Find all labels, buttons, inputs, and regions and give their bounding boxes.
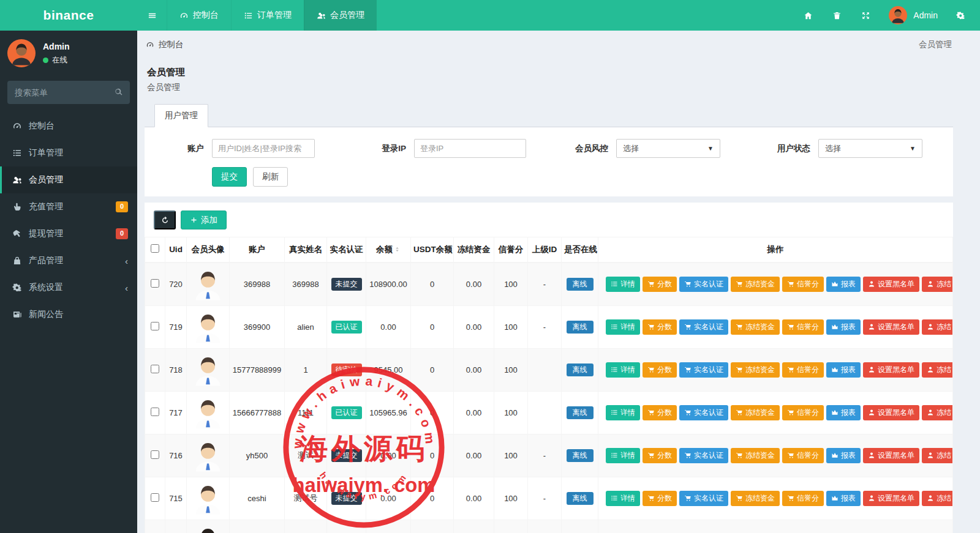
sidebar-item-withdraw[interactable]: 提现管理0 — [0, 220, 137, 247]
cart-icon — [736, 323, 743, 330]
action-score-button[interactable]: 分数 — [643, 362, 677, 378]
action-score-button[interactable]: 分数 — [643, 277, 677, 292]
action-detail-button[interactable]: 详情 — [606, 405, 640, 420]
action-blacklist-button[interactable]: 设置黑名单 — [863, 319, 919, 335]
expand-icon — [861, 11, 870, 20]
breadcrumb-dashboard[interactable]: 控制台 — [146, 39, 184, 50]
sidebar-item-members[interactable]: 会员管理 — [0, 166, 137, 193]
list-icon — [611, 366, 618, 373]
action-freeze-button[interactable]: 冻结 — [922, 405, 953, 420]
action-freeze-funds-button[interactable]: 冻结资金 — [731, 319, 780, 335]
member-avatar[interactable] — [189, 308, 227, 346]
row-checkbox[interactable] — [151, 493, 159, 502]
submit-button[interactable]: 提交 — [212, 167, 247, 187]
action-report-button[interactable]: 报表 — [826, 448, 861, 463]
action-detail-button[interactable]: 详情 — [606, 362, 640, 378]
action-detail-button[interactable]: 详情 — [606, 277, 640, 292]
col-balance[interactable]: 余额 — [366, 237, 411, 263]
action-detail-button[interactable]: 详情 — [606, 448, 640, 463]
action-freeze-button[interactable]: 冻结 — [922, 448, 953, 463]
row-checkbox[interactable] — [151, 322, 159, 330]
row-checkbox[interactable] — [151, 279, 159, 288]
action-credit-button[interactable]: 信誉分 — [782, 448, 824, 463]
chart-icon — [831, 280, 839, 288]
nav-item-dashboard[interactable]: 控制台 — [167, 0, 231, 31]
action-freeze-funds-button[interactable]: 冻结资金 — [731, 405, 780, 420]
action-blacklist-button[interactable]: 设置黑名单 — [863, 277, 919, 292]
member-avatar[interactable] — [189, 351, 227, 389]
fullscreen-button[interactable] — [853, 0, 879, 31]
action-report-button[interactable]: 报表 — [826, 405, 861, 420]
risk-select[interactable]: 选择▼ — [616, 139, 720, 158]
action-credit-button[interactable]: 信誉分 — [782, 277, 824, 292]
nav-item-orders[interactable]: 订单管理 — [231, 0, 304, 31]
sidebar-item-deposit[interactable]: 充值管理0 — [0, 193, 137, 220]
action-report-button[interactable]: 报表 — [826, 491, 861, 506]
member-avatar[interactable] — [189, 523, 227, 533]
dashboard-icon — [146, 40, 154, 49]
member-avatar[interactable] — [189, 394, 227, 431]
sidebar-item-news[interactable]: 新闻公告 — [0, 301, 137, 328]
usdt-balance-cell: 0 — [411, 348, 454, 391]
member-avatar[interactable] — [189, 266, 227, 303]
action-realname-button[interactable]: 实名认证 — [679, 491, 728, 506]
frozen-funds-cell: 0.00 — [454, 477, 494, 520]
select-all-checkbox[interactable] — [151, 244, 159, 253]
action-credit-button[interactable]: 信誉分 — [782, 319, 824, 335]
nav-item-members[interactable]: 会员管理 — [304, 0, 377, 31]
trash-button[interactable] — [824, 0, 850, 31]
tab-user-management[interactable]: 用户管理 — [154, 104, 208, 127]
account-search-input[interactable] — [212, 139, 315, 158]
action-blacklist-button[interactable]: 设置黑名单 — [863, 405, 919, 420]
action-freeze-button[interactable]: 冻结 — [922, 277, 953, 292]
row-checkbox[interactable] — [151, 365, 159, 373]
breadcrumb: 控制台 会员管理 — [145, 38, 953, 50]
action-realname-button[interactable]: 实名认证 — [679, 362, 728, 378]
action-blacklist-button[interactable]: 设置黑名单 — [863, 448, 919, 463]
action-detail-button[interactable]: 详情 — [606, 491, 640, 506]
refresh-button[interactable]: 刷新 — [253, 167, 288, 187]
member-avatar[interactable] — [189, 480, 227, 517]
action-credit-button[interactable]: 信誉分 — [782, 362, 824, 378]
row-checkbox[interactable] — [151, 450, 159, 459]
settings-button[interactable] — [948, 0, 974, 31]
action-realname-button[interactable]: 实名认证 — [679, 448, 728, 463]
user-menu[interactable]: Admin — [881, 6, 945, 24]
action-realname-button[interactable]: 实名认证 — [679, 405, 728, 420]
action-credit-button[interactable]: 信誉分 — [782, 491, 824, 506]
action-freeze-funds-button[interactable]: 冻结资金 — [731, 448, 780, 463]
row-checkbox[interactable] — [151, 408, 159, 416]
action-score-button[interactable]: 分数 — [643, 405, 677, 420]
home-button[interactable] — [795, 0, 821, 31]
action-detail-button[interactable]: 详情 — [606, 319, 640, 335]
action-freeze-button[interactable]: 冻结 — [922, 362, 953, 378]
action-report-button[interactable]: 报表 — [826, 362, 861, 378]
action-blacklist-button[interactable]: 设置黑名单 — [863, 362, 919, 378]
menu-search-input[interactable] — [7, 81, 130, 104]
add-member-button[interactable]: 添加 — [181, 211, 227, 229]
action-blacklist-button[interactable]: 设置黑名单 — [863, 491, 919, 506]
member-avatar[interactable] — [189, 437, 227, 474]
action-score-button[interactable]: 分数 — [643, 491, 677, 506]
action-report-button[interactable]: 报表 — [826, 277, 861, 292]
action-freeze-button[interactable]: 冻结 — [922, 491, 953, 506]
table-refresh-button[interactable] — [154, 211, 176, 229]
action-report-button[interactable]: 报表 — [826, 319, 861, 335]
sidebar-item-orders[interactable]: 订单管理 — [0, 140, 137, 166]
action-realname-button[interactable]: 实名认证 — [679, 319, 728, 335]
action-score-button[interactable]: 分数 — [643, 319, 677, 335]
action-credit-button[interactable]: 信誉分 — [782, 405, 824, 420]
brand-logo[interactable]: binance — [0, 0, 137, 31]
action-realname-button[interactable]: 实名认证 — [679, 277, 728, 292]
user-status-select[interactable]: 选择▼ — [818, 139, 922, 158]
action-freeze-funds-button[interactable]: 冻结资金 — [731, 491, 780, 506]
sidebar-toggle-button[interactable] — [137, 0, 167, 31]
action-score-button[interactable]: 分数 — [643, 448, 677, 463]
sidebar-item-products[interactable]: 产品管理‹ — [0, 247, 137, 274]
action-freeze-button[interactable]: 冻结 — [922, 319, 953, 335]
action-freeze-funds-button[interactable]: 冻结资金 — [731, 362, 780, 378]
sidebar-item-settings[interactable]: 系统设置‹ — [0, 274, 137, 301]
login-ip-input[interactable] — [414, 139, 526, 158]
action-freeze-funds-button[interactable]: 冻结资金 — [731, 277, 780, 292]
sidebar-item-dashboard[interactable]: 控制台 — [0, 113, 137, 140]
